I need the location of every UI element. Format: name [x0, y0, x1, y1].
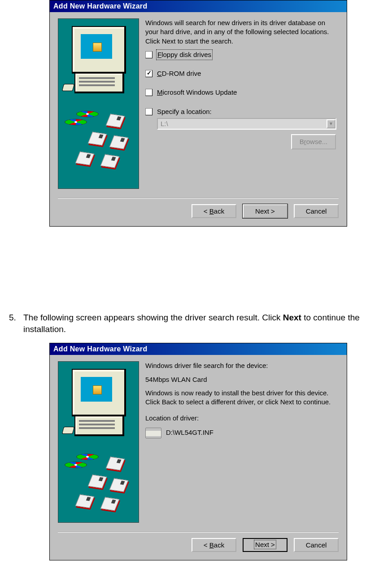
cdrom-label: CD-ROM drive [157, 69, 201, 78]
specify-location-checkbox[interactable] [145, 108, 152, 115]
dropdown-icon[interactable]: ▼ [327, 119, 335, 128]
floppy-icon [109, 136, 129, 149]
titlebar: Add New Hardware Wizard [50, 343, 347, 355]
step-text: The following screen appears showing the… [23, 312, 388, 335]
instruction-step-5: 5. The following screen appears showing … [0, 312, 392, 335]
wizard-dialog-2: Add New Hardware Wizard Windows driver f… [49, 343, 347, 560]
wizard-sidebar-graphic [58, 18, 139, 189]
floppy-icon [88, 132, 107, 146]
floppy-icon [100, 497, 120, 511]
monitor-icon [72, 26, 126, 74]
back-button[interactable]: < Back [192, 538, 236, 552]
cancel-button[interactable]: Cancel [294, 204, 339, 218]
computer-base-icon [74, 73, 124, 93]
windows-update-checkbox[interactable] [145, 89, 152, 96]
device-name: 54Mbps WLAN Card [145, 375, 339, 384]
next-button[interactable]: Next > [243, 204, 287, 218]
floppy-icon [109, 478, 129, 492]
wizard-sidebar-graphic [58, 361, 139, 523]
driver-path: D:\WL54GT.INF [166, 428, 213, 437]
cd-icon [76, 111, 99, 117]
specify-location-label: Specify a location: [157, 107, 212, 116]
next-button[interactable]: Next > [243, 538, 287, 552]
titlebar: Add New Hardware Wizard [50, 0, 347, 12]
computer-base-icon [74, 416, 124, 436]
mouse-icon [62, 84, 74, 91]
windows-update-label: Microsoft Windows Update [157, 88, 237, 97]
cd-icon [65, 462, 87, 468]
floppy-icon [75, 152, 95, 166]
floppy-icon [106, 457, 125, 471]
inf-file-icon [145, 428, 161, 438]
floppy-icon [106, 114, 125, 128]
cd-icon [76, 454, 99, 460]
floppy-label: Floppy disk drives [157, 50, 212, 59]
browse-button[interactable]: Browse... [291, 134, 336, 149]
monitor-icon [72, 369, 126, 416]
wizard-intro-text: Windows will search for new drivers in i… [145, 18, 339, 46]
location-label: Location of driver: [145, 414, 339, 423]
wizard-dialog-1: Add New Hardware Wizard Windows will sea… [49, 0, 347, 227]
cd-icon [65, 119, 87, 125]
cancel-button[interactable]: Cancel [294, 538, 339, 552]
location-combo[interactable]: L:\ ▼ [157, 118, 336, 130]
floppy-icon [88, 475, 107, 489]
floppy-checkbox[interactable] [145, 51, 152, 58]
search-result-heading: Windows driver file search for the devic… [145, 361, 339, 370]
mouse-icon [62, 427, 74, 434]
floppy-icon [100, 154, 120, 168]
ready-text: Windows is now ready to install the best… [145, 389, 339, 407]
step-number: 5. [9, 312, 19, 335]
floppy-icon [75, 494, 95, 508]
back-button[interactable]: < Back [192, 204, 236, 218]
cdrom-checkbox[interactable] [145, 70, 152, 77]
location-path: L:\ [161, 119, 168, 128]
